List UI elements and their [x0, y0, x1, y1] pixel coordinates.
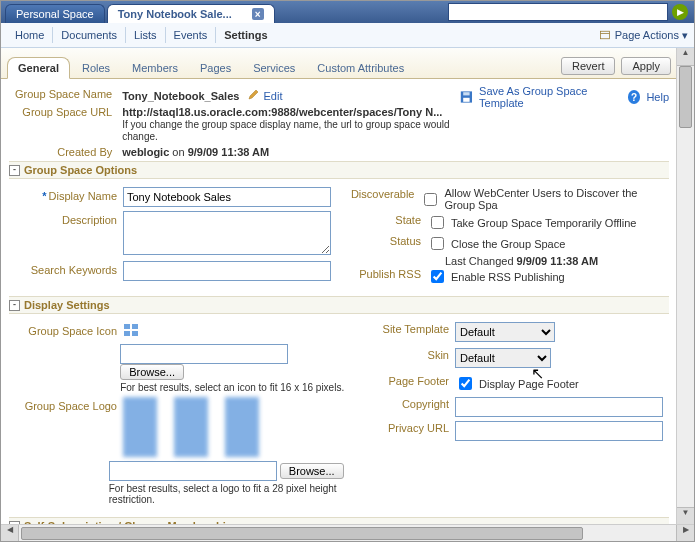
required-icon: * [42, 190, 46, 202]
scroll-right-arrow[interactable]: ▶ [676, 525, 694, 542]
menu-lists[interactable]: Lists [126, 29, 165, 41]
apply-button[interactable]: Apply [621, 57, 671, 75]
logo-browse-button[interactable]: Browse... [280, 463, 344, 479]
created-by-label: Created By [11, 145, 116, 159]
svg-rect-4 [463, 92, 469, 95]
icon-browse-button[interactable]: Browse... [120, 364, 184, 380]
copyright-label: Copyright [349, 397, 455, 410]
group-space-logo-label: Group Space Logo [9, 397, 123, 412]
status-label: Status [349, 234, 427, 247]
revert-button[interactable]: Revert [561, 57, 615, 75]
rss-checkbox[interactable] [431, 270, 444, 283]
top-tab-bar: Personal Space Tony Notebook Sale... × ▶ [1, 1, 694, 23]
skin-label: Skin [349, 348, 455, 361]
page-actions-menu[interactable]: Page Actions ▾ [615, 29, 688, 42]
group-space-logo-image [123, 397, 293, 457]
privacy-url-input[interactable] [455, 421, 663, 441]
tab-label: Tony Notebook Sale... [118, 8, 232, 20]
horizontal-scrollbar[interactable]: ◀ ▶ [1, 524, 694, 542]
tab-label: Personal Space [16, 8, 94, 20]
skin-select[interactable]: Default [455, 348, 551, 368]
section-display-settings: - Display Settings [9, 296, 669, 314]
svg-rect-3 [463, 98, 469, 102]
publish-rss-label: Publish RSS [349, 267, 427, 280]
svg-rect-8 [132, 331, 138, 336]
svg-rect-0 [600, 31, 609, 39]
scroll-up-arrow[interactable]: ▲ [677, 48, 694, 66]
subtab-roles[interactable]: Roles [72, 58, 120, 78]
subtab-pages[interactable]: Pages [190, 58, 241, 78]
menu-settings[interactable]: Settings [216, 29, 275, 41]
scroll-thumb[interactable] [679, 66, 692, 128]
chevron-down-icon: ▾ [682, 29, 688, 41]
page-footer-text: Display Page Footer [479, 378, 579, 390]
description-label: Description [9, 211, 123, 226]
last-changed-value: 9/9/09 11:38 AM [517, 255, 599, 267]
discoverable-checkbox[interactable] [424, 193, 437, 206]
icon-path-input[interactable] [120, 344, 288, 364]
menu-bar: Home Documents Lists Events Settings Pag… [1, 23, 694, 48]
page-footer-checkbox[interactable] [459, 377, 472, 390]
svg-rect-5 [124, 324, 130, 329]
status-text: Close the Group Space [451, 238, 565, 250]
site-template-label: Site Template [349, 322, 455, 335]
state-offline-checkbox[interactable] [431, 216, 444, 229]
menu-home[interactable]: Home [7, 29, 52, 41]
privacy-url-label: Privacy URL [349, 421, 455, 434]
menu-documents[interactable]: Documents [53, 29, 125, 41]
save-as-template-link[interactable]: Save As Group Space Template [479, 85, 622, 109]
group-space-url-hint: If you change the group space display na… [122, 119, 449, 142]
search-keywords-input[interactable] [123, 261, 331, 281]
scroll-down-arrow[interactable]: ▼ [677, 507, 694, 525]
search-input[interactable] [448, 3, 668, 21]
tab-personal-space[interactable]: Personal Space [5, 4, 105, 23]
group-space-url-value: http://staql18.us.oracle.com:9888/webcen… [122, 106, 442, 118]
svg-rect-7 [124, 331, 130, 336]
subtab-custom-attributes[interactable]: Custom Attributes [307, 58, 414, 78]
page-actions-icon [599, 29, 611, 41]
subtab-services[interactable]: Services [243, 58, 305, 78]
collapse-toggle[interactable]: - [9, 165, 20, 176]
created-by-time: 9/9/09 11:38 AM [188, 146, 270, 158]
discoverable-label: Discoverable [349, 187, 420, 200]
settings-subtabs: General Roles Members Pages Services Cus… [1, 48, 677, 79]
display-name-label: Display Name [49, 190, 117, 202]
scroll-left-arrow[interactable]: ◀ [1, 525, 19, 542]
menu-events[interactable]: Events [166, 29, 216, 41]
save-icon [460, 90, 473, 104]
subtab-members[interactable]: Members [122, 58, 188, 78]
logo-path-input[interactable] [109, 461, 277, 481]
display-name-input[interactable] [123, 187, 331, 207]
created-by-sep: on [169, 146, 187, 158]
help-icon[interactable]: ? [628, 90, 641, 104]
group-space-icon-label: Group Space Icon [9, 322, 123, 337]
copyright-input[interactable] [455, 397, 663, 417]
vertical-scrollbar[interactable]: ▲ ▼ [676, 48, 694, 525]
page-footer-label: Page Footer [349, 374, 455, 387]
help-link[interactable]: Help [646, 91, 669, 103]
section-title: Display Settings [24, 299, 110, 311]
last-changed-label: Last Changed [445, 255, 517, 267]
scroll-thumb-h[interactable] [21, 527, 583, 540]
svg-rect-6 [132, 324, 138, 329]
collapse-toggle[interactable]: - [9, 300, 20, 311]
rss-text: Enable RSS Publishing [451, 271, 565, 283]
created-by-user: weblogic [122, 146, 169, 158]
status-close-checkbox[interactable] [431, 237, 444, 250]
group-space-icon-image [123, 322, 139, 338]
search-go-button[interactable]: ▶ [672, 4, 688, 20]
description-input[interactable] [123, 211, 331, 255]
page-actions-label: Page Actions [615, 29, 679, 41]
subtab-general[interactable]: General [7, 57, 70, 79]
logo-hint: For best results, select a logo to fit a… [109, 483, 349, 505]
group-space-name-label: Group Space Name [11, 87, 116, 103]
icon-hint: For best results, select an icon to fit … [120, 382, 349, 393]
group-space-name-value: Tony_Notebook_Sales [122, 90, 239, 102]
section-title: Group Space Options [24, 164, 137, 176]
close-icon[interactable]: × [252, 8, 264, 20]
section-group-space-options: - Group Space Options [9, 161, 669, 179]
edit-name-link[interactable]: Edit [264, 90, 283, 102]
discoverable-text: Allow WebCenter Users to Discover the Gr… [444, 187, 669, 211]
site-template-select[interactable]: Default [455, 322, 555, 342]
tab-current-space[interactable]: Tony Notebook Sale... × [107, 4, 275, 23]
